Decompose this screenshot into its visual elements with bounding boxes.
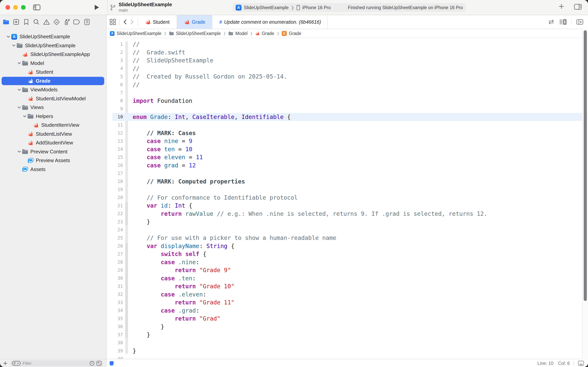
activity-status-pill[interactable]: A SlideUpSheetExample ❯ iPhone 16 Pro Fi… [233,3,466,12]
adjust-editor-options-icon[interactable] [559,19,567,25]
line-number[interactable]: 22 [107,211,123,216]
line-number[interactable]: 35 [107,316,123,321]
disclosure-chevron-icon[interactable] [17,89,22,91]
tab-grade[interactable]: Grade [177,15,212,29]
cursor-position[interactable]: Line: 10 Col: 6 [538,361,570,366]
line-number[interactable]: 1 [107,42,123,47]
disclosure-chevron-icon[interactable] [11,44,16,47]
line-number[interactable]: 26 [107,243,123,248]
filter-menu-icon[interactable] [12,361,21,366]
disclosure-chevron-icon[interactable] [22,115,27,117]
line-number[interactable]: 34 [107,308,123,313]
line-number[interactable]: 9 [107,106,123,111]
add-editor-button[interactable] [576,19,583,25]
tree-item-viewmodels[interactable]: ViewModels [0,85,106,94]
go-back-button[interactable] [123,19,127,25]
line-number[interactable]: 11 [107,123,123,127]
tree-item-preview-assets[interactable]: Preview Assets [0,156,106,165]
disclosure-chevron-icon[interactable] [6,36,11,38]
breadcrumb-item-slideupsheetexample[interactable]: ASlideUpSheetExample [110,31,161,36]
code-review-icon[interactable] [548,19,554,25]
editor-layout-icon[interactable] [110,361,115,366]
line-number[interactable]: 4 [107,66,123,71]
line-number[interactable]: 32 [107,292,123,297]
breadcrumb-item-model[interactable]: Model [228,31,248,36]
tree-item-slideupsheetexample[interactable]: ASlideUpSheetExample [0,32,106,41]
line-number[interactable]: 40 [107,356,123,359]
disclosure-chevron-icon[interactable] [17,150,22,153]
tree-item-student[interactable]: Student [0,68,106,77]
bookmark-navigator-button[interactable] [23,19,30,25]
minimize-window-button[interactable] [13,5,18,10]
report-navigator-button[interactable] [84,19,90,25]
line-number[interactable]: 20 [107,195,123,200]
tree-item-assets[interactable]: Assets [0,165,106,174]
toggle-left-sidebar-button[interactable] [33,3,41,12]
line-number[interactable]: 25 [107,235,123,241]
line-number[interactable]: 39 [107,348,123,353]
editor-scrollbar[interactable] [582,29,588,359]
tree-item-helpers[interactable]: Helpers [0,112,106,121]
minimap-toggle-icon[interactable] [578,361,584,366]
line-number[interactable]: 30 [107,276,123,281]
tree-item-studentlistview[interactable]: StudentListView [0,130,106,139]
line-number[interactable]: 6 [107,82,123,87]
issue-navigator-button[interactable] [43,19,50,25]
find-navigator-button[interactable] [33,19,40,25]
filter-field[interactable]: Filter [10,360,103,367]
scrollbar-thumb[interactable] [584,30,587,301]
line-number[interactable]: 5 [107,74,123,79]
tab-student[interactable]: Student [138,15,177,29]
line-number[interactable]: 24 [107,227,123,232]
new-tab-button[interactable] [558,3,564,9]
tree-item-grade[interactable]: Grade [0,77,106,85]
tree-item-studentitemview[interactable]: StudentItemView [0,121,106,130]
breadcrumb-item-grade[interactable]: Grade [255,31,274,36]
disclosure-chevron-icon[interactable] [17,62,22,64]
breakpoint-navigator-button[interactable] [74,19,80,25]
zoom-window-button[interactable] [21,5,26,10]
line-number[interactable]: 38 [107,340,123,345]
line-number[interactable]: 18 [107,179,123,184]
run-destination[interactable]: iPhone 16 Pro [302,5,331,10]
breadcrumb-item-grade[interactable]: EGrade [282,31,301,36]
tree-item-preview-content[interactable]: Preview Content [0,147,106,156]
line-number[interactable]: 12 [107,130,123,135]
line-number[interactable]: 7 [107,90,123,95]
line-number[interactable]: 13 [107,139,123,144]
go-forward-button[interactable] [130,19,134,25]
line-number[interactable]: 37 [107,332,123,337]
line-number[interactable]: 33 [107,300,123,305]
line-number[interactable]: 27 [107,251,123,257]
line-number[interactable]: 14 [107,147,123,152]
jump-bar[interactable]: ASlideUpSheetExample❯SlideUpSheetExample… [107,29,588,38]
line-number[interactable]: 29 [107,268,123,273]
tree-item-slideupsheetexampleapp[interactable]: SlideUpSheetExampleApp [0,50,106,59]
line-number[interactable]: 19 [107,187,123,192]
line-number[interactable]: 16 [107,163,123,168]
disclosure-chevron-icon[interactable] [17,106,22,109]
project-navigator-button[interactable] [3,19,9,25]
debug-navigator-button[interactable] [63,19,70,25]
line-number[interactable]: 36 [107,324,123,329]
tab-commit[interactable]: #Update comment on enumeration. (6b46616… [212,15,328,29]
line-number[interactable]: 28 [107,259,123,265]
line-number[interactable]: 3 [107,58,123,63]
scheme-name[interactable]: SlideUpSheetExample [244,5,289,10]
tree-item-model[interactable]: Model [0,59,106,68]
line-number[interactable]: 31 [107,284,123,289]
line-number[interactable]: 17 [107,171,123,176]
close-window-button[interactable] [5,5,10,10]
source-control-status-filter-icon[interactable] [96,361,101,366]
toggle-right-sidebar-button[interactable] [574,4,582,10]
source-editor[interactable]: 1//2// Grade.swift3// SlideUpSheetExampl… [107,38,588,359]
tree-item-addstudentview[interactable]: AddStudentView [0,138,106,147]
line-number[interactable]: 23 [107,219,123,224]
line-number[interactable]: 21 [107,203,123,208]
related-items-icon[interactable] [110,19,116,25]
tree-item-studentlistviewmodel[interactable]: StudentListViewModel [0,94,106,103]
run-button[interactable] [94,3,100,12]
breadcrumb-item-slideupsheetexample[interactable]: SlideUpSheetExample [169,31,221,36]
line-number[interactable]: 10 [107,114,123,119]
tree-item-slideupsheetexample[interactable]: SlideUpSheetExample [0,41,106,50]
